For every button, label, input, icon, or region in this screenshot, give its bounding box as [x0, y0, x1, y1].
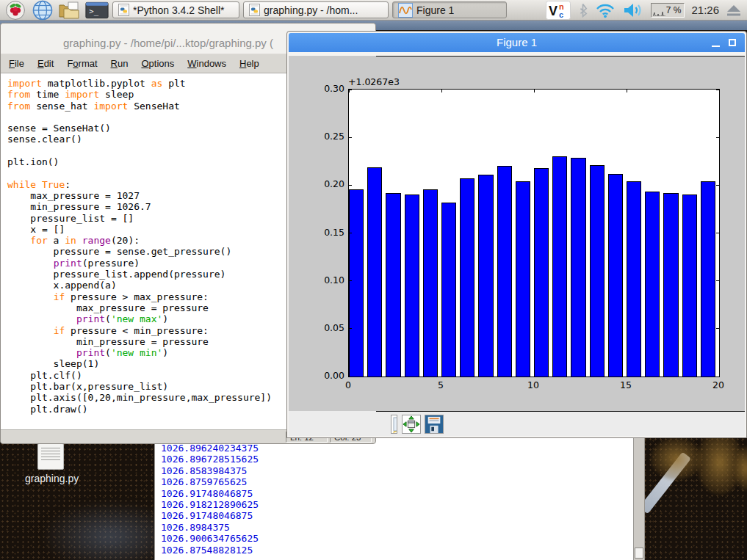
figure-canvas: +1.0267e3 0.000.050.100.150.200.250.30 0…: [289, 56, 745, 411]
shell-output-line: 1026.900634765625: [161, 533, 259, 544]
bar: [423, 189, 438, 377]
taskbar-button-label: Figure 1: [416, 4, 454, 16]
bluetooth-icon[interactable]: [577, 2, 588, 18]
axis-tick: [716, 328, 719, 329]
figure-toolbar: [289, 411, 745, 436]
file-icon: [37, 443, 64, 470]
axis-tick: [716, 280, 719, 281]
cpu-graph: [653, 10, 666, 16]
vnc-icon[interactable]: V n c: [546, 1, 571, 20]
bar: [627, 181, 641, 377]
taskbar-button-graphing-py-hom[interactable]: graphing.py - /hom...: [243, 1, 389, 18]
desktop-screen: graphing.py 1026.8962402343751026.896728…: [0, 0, 747, 560]
desktop-icon-graphing-py[interactable]: graphing.py: [25, 443, 76, 484]
bar: [571, 158, 585, 377]
file-manager-icon[interactable]: [58, 1, 82, 20]
bar: [534, 168, 549, 377]
bar: [367, 167, 382, 377]
shell-output-line: 1026.91748046875: [161, 510, 259, 521]
menu-run[interactable]: Run: [104, 55, 135, 72]
python-file-icon: [118, 4, 129, 16]
shell-output-line: 1026.896728515625: [161, 454, 259, 465]
svg-text:>_: >_: [89, 7, 98, 16]
scrollbar-thumb[interactable]: [635, 548, 643, 559]
figure-window: Figure 1 +1.0267e3 0.000.050.100.150.200…: [286, 31, 747, 438]
axis-tick: [534, 90, 535, 92]
menu-file[interactable]: File: [2, 55, 31, 72]
eject-icon[interactable]: [726, 4, 742, 17]
y-tick-label: 0.20: [289, 178, 344, 189]
menu-help[interactable]: Help: [233, 55, 266, 72]
bar: [552, 156, 567, 377]
figure-titlebar[interactable]: Figure 1: [289, 33, 745, 52]
axis-tick: [534, 374, 535, 377]
desktop-icon-label: graphing.py: [25, 473, 76, 484]
axis-tick: [349, 233, 352, 233]
svg-text:V: V: [549, 4, 557, 18]
editor-title: graphing.py - /home/pi/...ktop/graphing.…: [63, 37, 273, 49]
shell-output-line: 1026.896240234375: [161, 443, 259, 454]
bar: [497, 166, 512, 377]
clock[interactable]: 21:26: [691, 4, 719, 16]
y-tick-label: 0.10: [289, 274, 344, 286]
bar: [349, 189, 364, 377]
maximize-button[interactable]: [726, 33, 740, 52]
shell-output-line: 1026.91748046875: [161, 488, 259, 499]
minimize-button[interactable]: [710, 33, 723, 52]
zoom-tool-icon[interactable]: [391, 415, 397, 434]
menu-edit[interactable]: Edit: [31, 55, 60, 72]
menu-windows[interactable]: Windows: [181, 55, 233, 72]
taskbar-button-label: *Python 3.4.2 Shell*: [133, 4, 225, 16]
axis-tick: [716, 233, 719, 233]
shell-output-line: 1026.8984375: [161, 522, 259, 533]
menu-options[interactable]: Options: [134, 55, 181, 72]
wifi-icon[interactable]: [595, 1, 616, 18]
taskbar-button-label: graphing.py - /hom...: [264, 4, 358, 16]
axis-tick: [627, 374, 627, 377]
cpu-monitor[interactable]: 7 %: [651, 3, 685, 18]
bar: [386, 193, 400, 377]
x-tick-label: 5: [426, 379, 455, 390]
bar: [516, 181, 530, 377]
y-tick-label: 0.25: [289, 131, 344, 142]
bar: [590, 165, 605, 377]
shell-output: 1026.8962402343751026.8967285156251026.8…: [161, 443, 259, 556]
figure-title: Figure 1: [289, 36, 745, 48]
terminal-icon[interactable]: >_: [85, 1, 109, 20]
taskbar-button-figure-1[interactable]: Figure 1: [392, 1, 507, 18]
system-tray: V n c: [546, 1, 743, 20]
bar: [441, 203, 456, 377]
volume-icon[interactable]: [622, 1, 644, 19]
axis-offset-label: +1.0267e3: [348, 76, 400, 87]
app-menu-button[interactable]: [4, 1, 27, 20]
bar: [682, 194, 697, 377]
axis-tick: [719, 90, 720, 92]
bar: [663, 193, 678, 377]
axis-tick: [349, 137, 352, 138]
x-tick-label: 10: [519, 379, 548, 390]
python-file-icon: [249, 4, 260, 16]
taskbar-button-python-3-4-2-shell[interactable]: *Python 3.4.2 Shell*: [112, 1, 239, 18]
axis-tick: [441, 374, 442, 377]
configure-subplots-icon[interactable]: [402, 415, 421, 434]
axis-tick: [349, 280, 352, 281]
axis-tick: [441, 90, 442, 92]
axis-tick: [349, 185, 352, 186]
axis-tick: [719, 374, 720, 377]
bar: [608, 174, 623, 377]
axis-tick: [349, 90, 352, 90]
taskbar: >_ *Python 3.4.2 Shell*graphing.py - /ho…: [0, 0, 747, 21]
bar: [645, 192, 660, 377]
axis-tick: [349, 90, 350, 92]
matplotlib-wave-icon: [398, 3, 413, 18]
web-browser-icon[interactable]: [31, 1, 54, 20]
y-tick-label: 0.15: [289, 227, 344, 238]
shell-scrollbar[interactable]: [633, 438, 644, 560]
axis-tick: [349, 328, 352, 329]
menu-format[interactable]: Format: [60, 55, 104, 72]
svg-text:c: c: [559, 10, 563, 19]
x-tick-label: 20: [704, 379, 733, 390]
cpu-percent: 7 %: [666, 5, 682, 15]
save-figure-icon[interactable]: [425, 415, 444, 434]
x-tick-label: 15: [611, 379, 640, 390]
